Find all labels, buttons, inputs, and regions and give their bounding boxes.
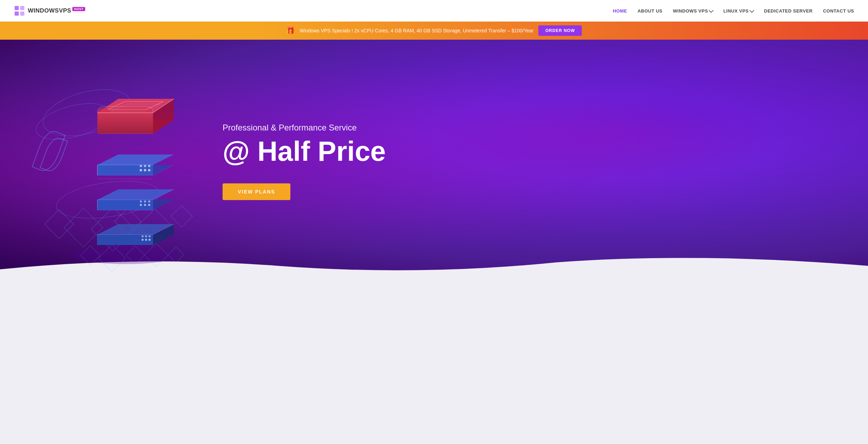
- svg-point-13: [148, 204, 150, 206]
- svg-rect-3: [20, 11, 24, 16]
- chevron-down-icon: [709, 8, 714, 13]
- svg-rect-0: [15, 6, 19, 10]
- svg-point-6: [145, 239, 147, 241]
- server-illustration: [49, 68, 195, 276]
- svg-point-10: [148, 235, 151, 237]
- hero-text: Professional & Performance Service @ Hal…: [209, 123, 840, 200]
- logo[interactable]: WINDOWSVPSHOST: [14, 5, 85, 16]
- promo-text: Windows VPS Specials ! 2x vCPU Cores, 4 …: [300, 28, 534, 33]
- nav-links: HOME ABOUT US WINDOWS VPS LINUX VPS DEDI…: [613, 8, 854, 14]
- svg-point-8: [142, 235, 144, 237]
- svg-rect-1: [15, 11, 19, 16]
- nav-link-home[interactable]: HOME: [613, 8, 627, 14]
- svg-point-21: [144, 169, 146, 172]
- svg-point-22: [148, 169, 151, 172]
- hero-title: @ Half Price: [223, 137, 840, 166]
- svg-point-24: [144, 165, 146, 167]
- hero-illustration: [28, 61, 209, 262]
- gift-icon: 🎁: [286, 26, 295, 35]
- logo-text: WINDOWSVPSHOST: [28, 7, 85, 14]
- nav-item-dedicated[interactable]: DEDICATED SERVER: [764, 8, 813, 14]
- nav-link-windows-vps[interactable]: WINDOWS VPS: [673, 8, 713, 14]
- order-now-button[interactable]: ORDER NOW: [538, 25, 582, 36]
- svg-point-9: [145, 235, 147, 237]
- hero-subtitle: Professional & Performance Service: [223, 123, 840, 133]
- svg-point-5: [142, 239, 144, 241]
- logo-badge: HOST: [72, 7, 85, 11]
- promo-bar: 🎁 Windows VPS Specials ! 2x vCPU Cores, …: [0, 22, 868, 40]
- svg-point-11: [140, 204, 142, 206]
- nav-item-windows-vps[interactable]: WINDOWS VPS: [673, 8, 713, 14]
- svg-point-23: [140, 165, 142, 167]
- nav-item-contact[interactable]: CONTACT US: [823, 8, 854, 14]
- svg-point-7: [148, 239, 151, 241]
- hero-section: Professional & Performance Service @ Hal…: [0, 40, 868, 283]
- nav-link-contact[interactable]: CONTACT US: [823, 8, 854, 14]
- svg-rect-2: [20, 6, 24, 10]
- nav-link-about[interactable]: ABOUT US: [637, 8, 662, 14]
- svg-point-16: [148, 200, 150, 203]
- hero-content: Professional & Performance Service @ Hal…: [0, 40, 868, 283]
- nav-link-linux-vps[interactable]: LINUX VPS: [723, 8, 754, 14]
- nav-item-home[interactable]: HOME: [613, 8, 627, 14]
- chevron-down-icon-2: [749, 8, 754, 13]
- navbar: WINDOWSVPSHOST HOME ABOUT US WINDOWS VPS…: [0, 0, 868, 22]
- view-plans-button[interactable]: VIEW PLANS: [223, 183, 290, 200]
- svg-point-20: [140, 169, 142, 172]
- svg-point-15: [144, 200, 146, 203]
- logo-brand: WINDOWS: [28, 7, 59, 14]
- nav-item-about[interactable]: ABOUT US: [637, 8, 662, 14]
- logo-vps: VPS: [59, 7, 71, 14]
- svg-point-12: [144, 204, 146, 206]
- logo-icon: [14, 5, 25, 16]
- nav-link-dedicated[interactable]: DEDICATED SERVER: [764, 8, 813, 14]
- nav-item-linux-vps[interactable]: LINUX VPS: [723, 8, 754, 14]
- svg-point-25: [148, 165, 151, 167]
- svg-point-14: [140, 200, 142, 203]
